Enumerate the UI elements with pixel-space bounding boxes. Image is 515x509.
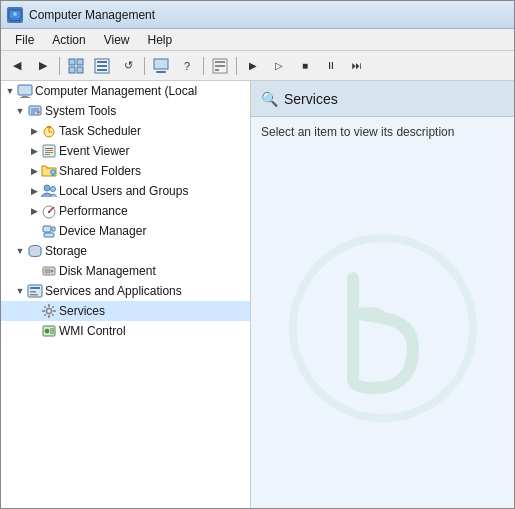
log-icon	[41, 143, 57, 159]
svg-rect-48	[30, 287, 40, 289]
menu-view[interactable]: View	[96, 31, 138, 49]
menu-file[interactable]: File	[7, 31, 42, 49]
performance-icon	[41, 203, 57, 219]
tree-item-services[interactable]: ▶ Services	[1, 301, 250, 321]
svg-rect-42	[44, 233, 54, 237]
expand-storage[interactable]: ▼	[15, 246, 25, 256]
svg-rect-55	[42, 310, 45, 312]
menu-help[interactable]: Help	[140, 31, 181, 49]
expand-root[interactable]: ▼	[5, 86, 15, 96]
device-icon	[41, 223, 57, 239]
tree-label-performance: Performance	[59, 204, 128, 218]
svg-rect-5	[77, 59, 83, 65]
menubar: File Action View Help	[1, 29, 514, 51]
tree-label-shared-folders: Shared Folders	[59, 164, 141, 178]
toolbar: ◀ ▶ ↺ ? ▶ ▷ ■ ⏸ ⏭	[1, 51, 514, 81]
svg-rect-31	[45, 150, 53, 151]
svg-point-64	[45, 329, 49, 333]
export-btn[interactable]	[208, 55, 232, 77]
tree-item-system-tools[interactable]: ▼ System Tools	[1, 101, 250, 121]
expand-system-tools[interactable]: ▼	[15, 106, 25, 116]
svg-rect-49	[30, 291, 36, 293]
svg-rect-2	[10, 20, 20, 21]
tools-icon	[27, 103, 43, 119]
svg-point-37	[51, 187, 56, 192]
expand-task-scheduler[interactable]: ▶	[29, 126, 39, 136]
svg-rect-57	[44, 306, 47, 309]
tree-label-event-viewer: Event Viewer	[59, 144, 129, 158]
svg-rect-32	[45, 152, 53, 153]
skip-button[interactable]: ⏭	[345, 55, 369, 77]
back-button[interactable]: ◀	[5, 55, 29, 77]
svg-rect-28	[47, 126, 51, 128]
computer-icon	[17, 83, 33, 99]
svg-rect-54	[48, 315, 50, 318]
svg-rect-11	[97, 69, 107, 71]
tree-item-task-scheduler[interactable]: ▶ Task Scheduler	[1, 121, 250, 141]
tree-item-device-manager[interactable]: ▶ Device Manager	[1, 221, 250, 241]
play-button[interactable]: ▶	[241, 55, 265, 77]
svg-rect-9	[97, 61, 107, 63]
svg-rect-59	[44, 314, 47, 317]
tree-item-performance[interactable]: ▶ Performance	[1, 201, 250, 221]
search-icon: 🔍	[261, 91, 278, 107]
shared-folder-icon	[41, 163, 57, 179]
svg-rect-17	[215, 69, 219, 71]
right-panel: 🔍 Services Select an item to view its de…	[251, 81, 514, 508]
svg-rect-30	[45, 148, 53, 149]
icon-btn-1[interactable]	[64, 55, 88, 77]
svg-rect-58	[52, 306, 55, 309]
help-button[interactable]: ?	[175, 55, 199, 77]
stop-button[interactable]: ■	[293, 55, 317, 77]
svg-rect-40	[43, 226, 51, 232]
tree-label-wmi: WMI Control	[59, 324, 126, 338]
view-btn[interactable]	[149, 55, 173, 77]
svg-rect-33	[45, 154, 50, 155]
main-area: ▼ Computer Management (Local ▼	[1, 81, 514, 508]
refresh-button[interactable]: ↺	[116, 55, 140, 77]
svg-point-39	[48, 211, 50, 213]
titlebar-title: Computer Management	[29, 8, 155, 22]
expand-services-apps[interactable]: ▼	[15, 286, 25, 296]
watermark-area	[251, 147, 514, 508]
right-header: 🔍 Services	[251, 81, 514, 117]
tree-label-storage: Storage	[45, 244, 87, 258]
tree-item-wmi[interactable]: ▶ WMI Control	[1, 321, 250, 341]
wmi-icon	[41, 323, 57, 339]
tree-label-local-users: Local Users and Groups	[59, 184, 188, 198]
tree-item-local-users[interactable]: ▶ Local Users and Groups	[1, 181, 250, 201]
tree-label-task-scheduler: Task Scheduler	[59, 124, 141, 138]
svg-rect-4	[69, 59, 75, 65]
tree-item-root[interactable]: ▼ Computer Management (Local	[1, 81, 250, 101]
tree-label-root: Computer Management (Local	[35, 84, 197, 98]
svg-rect-20	[20, 97, 30, 98]
tree-label-disk-management: Disk Management	[59, 264, 156, 278]
svg-rect-53	[48, 304, 50, 307]
expand-performance[interactable]: ▶	[29, 206, 39, 216]
separator-1	[59, 57, 60, 75]
tree-item-storage[interactable]: ▼ Storage	[1, 241, 250, 261]
svg-rect-45	[45, 269, 50, 273]
right-panel-title: Services	[284, 91, 338, 107]
icon-btn-2[interactable]	[90, 55, 114, 77]
expand-local-users[interactable]: ▶	[29, 186, 39, 196]
tree-item-event-viewer[interactable]: ▶ Event Viewer	[1, 141, 250, 161]
menu-action[interactable]: Action	[44, 31, 93, 49]
right-panel-description: Select an item to view its description	[251, 117, 514, 147]
tree-panel: ▼ Computer Management (Local ▼	[1, 81, 251, 508]
separator-2	[144, 57, 145, 75]
separator-4	[236, 57, 237, 75]
svg-rect-60	[52, 314, 55, 317]
pause-button[interactable]: ⏸	[319, 55, 343, 77]
tree-item-shared-folders[interactable]: ▶ Shared Folders	[1, 161, 250, 181]
disk-icon	[41, 263, 57, 279]
tree-item-disk-management[interactable]: ▶ Disk Management	[1, 261, 250, 281]
tree-item-services-apps[interactable]: ▼ Services and Applications	[1, 281, 250, 301]
forward-button[interactable]: ▶	[31, 55, 55, 77]
svg-point-46	[51, 270, 54, 273]
play2-button[interactable]: ▷	[267, 55, 291, 77]
expand-event-viewer[interactable]: ▶	[29, 146, 39, 156]
svg-rect-16	[215, 65, 225, 67]
svg-rect-6	[69, 67, 75, 73]
expand-shared-folders[interactable]: ▶	[29, 166, 39, 176]
